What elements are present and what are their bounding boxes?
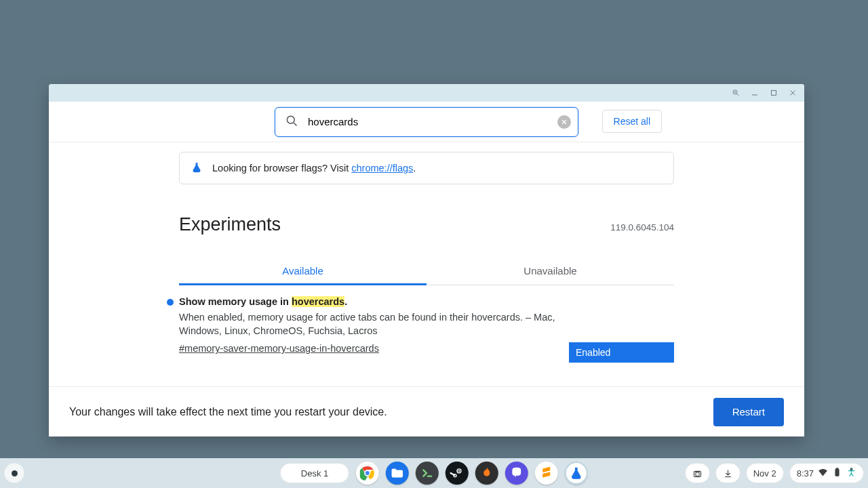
chrome-flags-app-icon[interactable] <box>565 462 588 485</box>
search-input[interactable] <box>307 115 549 128</box>
titlebar <box>49 84 804 102</box>
search-highlight: hovercards <box>292 296 344 307</box>
steam-app-icon[interactable] <box>446 462 469 485</box>
flag-description: When enabled, memory usage for active ta… <box>179 311 559 338</box>
mastodon-app-icon[interactable] <box>505 462 528 485</box>
shelf-center: Desk 1 <box>280 462 588 485</box>
info-banner: Looking for browser flags? Visit chrome:… <box>179 152 674 184</box>
chrome-app-icon[interactable] <box>356 462 379 485</box>
maximize-icon[interactable] <box>769 88 778 98</box>
svg-point-8 <box>287 116 294 123</box>
tab-unavailable[interactable]: Unavailable <box>427 257 674 285</box>
svg-line-9 <box>294 123 296 125</box>
flag-row: Show memory usage in hovercards. When en… <box>170 285 674 357</box>
wifi-icon <box>818 467 828 479</box>
clear-search-icon[interactable] <box>557 115 571 129</box>
minimize-icon[interactable] <box>750 88 760 98</box>
desk-button[interactable]: Desk 1 <box>280 463 349 483</box>
info-text: Looking for browser flags? Visit chrome:… <box>212 163 416 174</box>
files-app-icon[interactable] <box>386 462 409 485</box>
battery-icon <box>832 467 842 479</box>
svg-rect-22 <box>696 472 699 476</box>
tote-button[interactable] <box>685 463 710 483</box>
accessibility-icon <box>846 467 856 479</box>
svg-rect-26 <box>836 468 838 469</box>
svg-point-19 <box>458 470 460 472</box>
restart-message: Your changes will take effect the next t… <box>69 406 387 418</box>
svg-rect-5 <box>772 91 776 96</box>
flask-icon <box>191 161 203 176</box>
tabs: Available Unavailable <box>179 257 674 285</box>
flag-state-select[interactable]: Enabled <box>569 342 674 363</box>
search-box <box>275 107 578 137</box>
downloads-button[interactable] <box>715 463 741 483</box>
svg-line-1 <box>737 94 739 96</box>
restart-button[interactable]: Restart <box>713 398 784 426</box>
launcher-button[interactable] <box>4 463 24 483</box>
flag-title: Show memory usage in hovercards. <box>179 296 559 307</box>
date-button[interactable]: Nov 2 <box>746 463 784 483</box>
chrome-flags-link[interactable]: chrome://flags <box>351 163 413 174</box>
search-icon <box>285 114 298 129</box>
scroll-area[interactable]: Looking for browser flags? Visit chrome:… <box>49 142 804 386</box>
status-area: Nov 2 8:37 <box>685 463 864 483</box>
close-icon[interactable] <box>788 88 797 98</box>
tab-available[interactable]: Available <box>179 257 427 285</box>
sublime-app-icon[interactable] <box>535 462 558 485</box>
shelf: Desk 1 Nov 2 <box>0 458 868 488</box>
page-title: Experiments <box>179 214 281 235</box>
search-row: Reset all <box>49 102 804 142</box>
clock-text: 8:37 <box>797 468 814 479</box>
flags-window: Reset all Looking for browser flags? Vis… <box>49 84 804 436</box>
content: Reset all Looking for browser flags? Vis… <box>49 102 804 436</box>
zoom-icon[interactable] <box>731 88 741 98</box>
flag-anchor-link[interactable]: #memory-saver-memory-usage-in-hovercards <box>179 343 379 354</box>
version-text: 119.0.6045.104 <box>610 222 674 232</box>
header-row: Experiments 119.0.6045.104 <box>179 214 674 235</box>
restart-footer: Your changes will take effect the next t… <box>49 386 804 436</box>
svg-rect-25 <box>835 469 839 476</box>
status-tray[interactable]: 8:37 <box>789 463 864 483</box>
modified-dot-icon <box>167 299 174 306</box>
reset-all-button[interactable]: Reset all <box>602 110 662 133</box>
svg-point-27 <box>850 468 852 470</box>
generic-app-icon[interactable] <box>475 462 498 485</box>
terminal-app-icon[interactable] <box>416 462 439 485</box>
